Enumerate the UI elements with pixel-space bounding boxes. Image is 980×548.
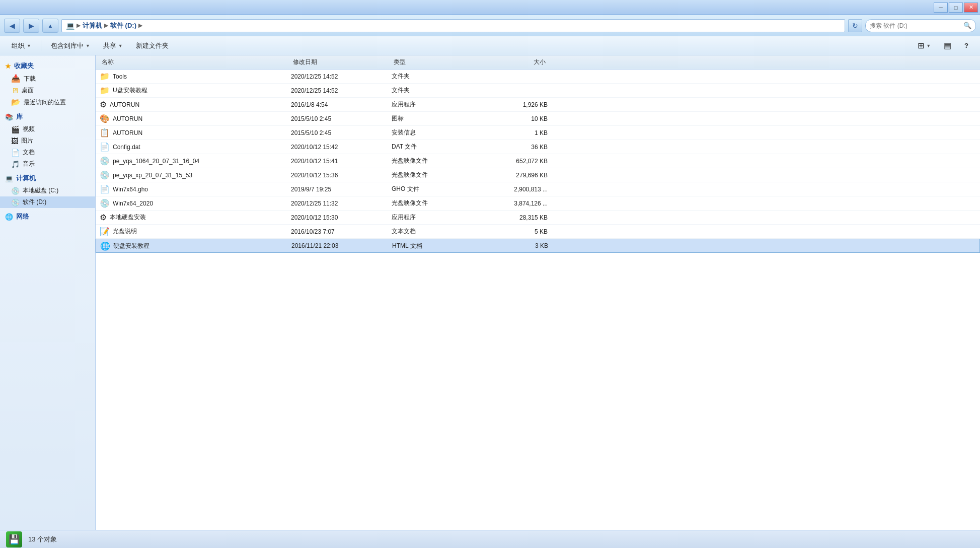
file-type-cell: 光盘映像文件 bbox=[392, 199, 472, 208]
sidebar-item-video[interactable]: 🎬 视频 bbox=[0, 123, 95, 135]
layout-button[interactable]: ▤ bbox=[938, 39, 957, 53]
search-box[interactable]: 🔍 bbox=[865, 19, 976, 32]
table-row[interactable]: 💿Win7x64_20202020/12/25 11:32光盘映像文件3,874… bbox=[96, 196, 980, 211]
file-name: pe_yqs_1064_20_07_31_16_04 bbox=[113, 158, 199, 165]
table-row[interactable]: ⚙本地硬盘安装2020/10/12 15:30应用程序28,315 KB bbox=[96, 211, 980, 225]
folder-icon: 📥 bbox=[11, 74, 21, 83]
file-icon: 🌐 bbox=[100, 241, 110, 251]
sidebar-item-recent[interactable]: 📂 最近访问的位置 bbox=[0, 96, 95, 108]
file-name: 硬盘安装教程 bbox=[113, 242, 149, 250]
file-name: Config.dat bbox=[113, 144, 140, 151]
file-size-cell: 2,900,813 ... bbox=[472, 186, 548, 193]
file-size-cell: 652,072 KB bbox=[472, 158, 548, 165]
file-size-cell: 279,696 KB bbox=[472, 172, 548, 179]
file-name-cell: 📄Win7x64.gho bbox=[100, 184, 291, 194]
music-icon: 🎵 bbox=[11, 160, 20, 168]
col-header-name[interactable]: 名称 bbox=[100, 58, 291, 66]
file-type-cell: 文件夹 bbox=[392, 86, 472, 95]
address-path[interactable]: 💻 ▶ 计算机 ▶ 软件 (D:) ▶ bbox=[61, 19, 845, 32]
minimize-button[interactable]: ─ bbox=[934, 3, 948, 13]
help-button[interactable]: ? bbox=[959, 39, 974, 53]
file-name-cell: 📋AUTORUN bbox=[100, 128, 291, 138]
table-row[interactable]: 📄Config.dat2020/10/12 15:42DAT 文件36 KB bbox=[96, 140, 980, 154]
status-app-icon: 💾 bbox=[6, 531, 22, 547]
file-size-cell: 5 KB bbox=[472, 228, 548, 235]
sidebar-item-desktop[interactable]: 🖥 桌面 bbox=[0, 85, 95, 96]
include-library-button[interactable]: 包含到库中 ▼ bbox=[45, 39, 96, 53]
sidebar-item-download[interactable]: 📥 下载 bbox=[0, 73, 95, 85]
drive-d-icon: 💿 bbox=[11, 198, 20, 207]
sidebar-item-document[interactable]: 📄 文档 bbox=[0, 147, 95, 158]
file-date-cell: 2020/12/25 14:52 bbox=[291, 87, 392, 94]
title-bar-buttons: ─ □ ✕ bbox=[934, 3, 978, 13]
file-name-cell: 📁Tools bbox=[100, 72, 291, 81]
table-row[interactable]: 📄Win7x64.gho2019/9/7 19:25GHO 文件2,900,81… bbox=[96, 182, 980, 196]
share-button[interactable]: 共享 ▼ bbox=[98, 39, 128, 53]
col-header-type[interactable]: 类型 bbox=[392, 58, 472, 66]
table-row[interactable]: 🎨AUTORUN2015/5/10 2:45图标10 KB bbox=[96, 112, 980, 126]
file-size-cell: 3 KB bbox=[473, 242, 548, 249]
file-date-cell: 2020/10/12 15:42 bbox=[291, 144, 392, 151]
table-row[interactable]: 🌐硬盘安装教程2016/11/21 22:03HTML 文档3 KB bbox=[96, 239, 980, 253]
table-row[interactable]: 📋AUTORUN2015/5/10 2:45安装信息1 KB bbox=[96, 126, 980, 140]
sidebar-header-library: 📚 库 bbox=[0, 110, 95, 123]
sidebar-item-music[interactable]: 🎵 音乐 bbox=[0, 158, 95, 170]
file-date-cell: 2016/1/8 4:54 bbox=[291, 101, 392, 108]
new-folder-button[interactable]: 新建文件夹 bbox=[130, 39, 174, 53]
col-header-size[interactable]: 大小 bbox=[472, 58, 548, 66]
status-bar: 💾 13 个对象 bbox=[0, 530, 980, 548]
sidebar-item-software-d[interactable]: 💿 软件 (D:) bbox=[0, 196, 95, 208]
table-row[interactable]: 💿pe_yqs_1064_20_07_31_16_042020/10/12 15… bbox=[96, 154, 980, 168]
file-name-cell: 💿Win7x64_2020 bbox=[100, 198, 291, 208]
file-date-cell: 2016/10/23 7:07 bbox=[291, 228, 392, 235]
view-button[interactable]: ⊞ ▼ bbox=[912, 39, 936, 53]
file-icon: 🎨 bbox=[100, 114, 110, 123]
table-row[interactable]: ⚙AUTORUN2016/1/8 4:54应用程序1,926 KB bbox=[96, 98, 980, 112]
up-button[interactable]: ▲ bbox=[42, 19, 58, 33]
view-dropdown-arrow: ▼ bbox=[926, 43, 931, 48]
desktop-icon: 🖥 bbox=[11, 86, 19, 95]
file-date-cell: 2020/10/12 15:41 bbox=[291, 158, 392, 165]
document-icon: 📄 bbox=[11, 149, 20, 157]
organize-button[interactable]: 组织 ▼ bbox=[6, 39, 37, 53]
file-icon: 📋 bbox=[100, 128, 110, 138]
path-drive[interactable]: 软件 (D:) bbox=[110, 21, 136, 30]
drive-c-icon: 💿 bbox=[11, 187, 20, 195]
view-icon: ⊞ bbox=[918, 41, 924, 50]
table-row[interactable]: 💿pe_yqs_xp_20_07_31_15_532020/10/12 15:3… bbox=[96, 168, 980, 182]
file-size-cell: 1 KB bbox=[472, 129, 548, 136]
maximize-button[interactable]: □ bbox=[949, 3, 963, 13]
file-name-cell: 🌐硬盘安装教程 bbox=[100, 241, 291, 251]
path-computer[interactable]: 计算机 bbox=[83, 21, 102, 30]
include-library-dropdown-arrow: ▼ bbox=[86, 43, 90, 48]
file-name: AUTORUN bbox=[113, 129, 142, 136]
close-button[interactable]: ✕ bbox=[964, 3, 978, 13]
title-bar: ─ □ ✕ bbox=[0, 0, 980, 15]
search-input[interactable] bbox=[870, 22, 960, 29]
file-type-cell: 应用程序 bbox=[392, 100, 472, 109]
file-icon: 💿 bbox=[100, 170, 110, 180]
refresh-button[interactable]: ↻ bbox=[848, 19, 862, 32]
file-icon: ⚙ bbox=[100, 213, 107, 222]
back-button[interactable]: ◀ bbox=[4, 19, 20, 33]
file-name-cell: 📁U盘安装教程 bbox=[100, 86, 291, 95]
file-icon: 💿 bbox=[100, 198, 110, 208]
file-name: AUTORUN bbox=[113, 115, 142, 122]
sidebar-header-computer: 💻 计算机 bbox=[0, 172, 95, 185]
sidebar-item-local-c[interactable]: 💿 本地磁盘 (C:) bbox=[0, 185, 95, 196]
file-date-cell: 2020/12/25 14:52 bbox=[291, 73, 392, 80]
toolbar-separator-1 bbox=[41, 40, 41, 51]
sidebar-header-favorites: ★ 收藏夹 bbox=[0, 59, 95, 73]
table-row[interactable]: 📝光盘说明2016/10/23 7:07文本文档5 KB bbox=[96, 225, 980, 239]
sidebar-header-network: 🌐 网络 bbox=[0, 210, 95, 223]
sidebar-item-picture[interactable]: 🖼 图片 bbox=[0, 135, 95, 147]
file-date-cell: 2015/5/10 2:45 bbox=[291, 115, 392, 122]
table-row[interactable]: 📁Tools2020/12/25 14:52文件夹 bbox=[96, 70, 980, 84]
file-icon: 💿 bbox=[100, 156, 110, 166]
col-header-date[interactable]: 修改日期 bbox=[291, 58, 392, 66]
search-icon: 🔍 bbox=[963, 22, 971, 29]
file-type-cell: HTML 文档 bbox=[392, 242, 473, 250]
forward-button[interactable]: ▶ bbox=[23, 19, 39, 33]
file-name: 光盘说明 bbox=[113, 227, 137, 236]
table-row[interactable]: 📁U盘安装教程2020/12/25 14:52文件夹 bbox=[96, 84, 980, 98]
